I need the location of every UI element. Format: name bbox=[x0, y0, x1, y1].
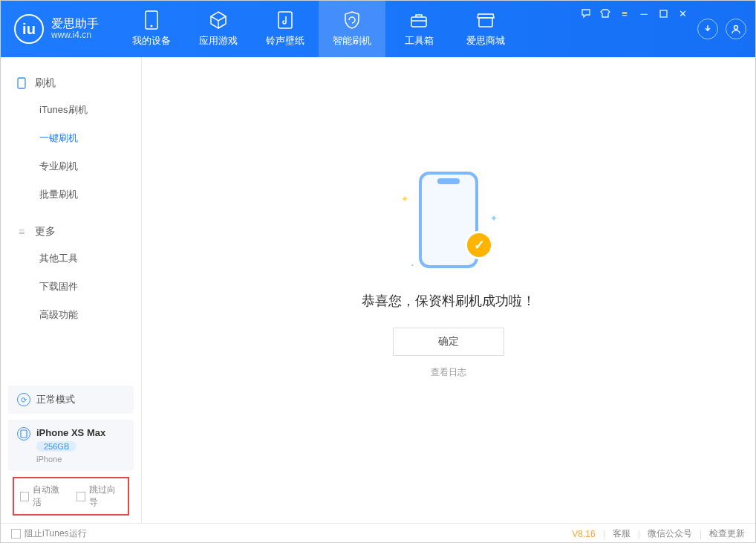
sidebar-item-pro-flash[interactable]: 专业刷机 bbox=[1, 152, 141, 181]
minimize-button[interactable]: ─ bbox=[636, 6, 651, 21]
checkbox-icon bbox=[76, 492, 85, 501]
highlighted-checkbox-row: 自动激活 跳过向导 bbox=[13, 477, 129, 516]
device-icon bbox=[142, 10, 161, 30]
app-url: www.i4.cn bbox=[51, 30, 99, 41]
sidebar-item-itunes-flash[interactable]: iTunes刷机 bbox=[1, 96, 141, 124]
tab-toolbox[interactable]: 工具箱 bbox=[385, 1, 452, 57]
menu-icon[interactable]: ≡ bbox=[617, 6, 632, 21]
shield-refresh-icon bbox=[342, 10, 362, 30]
footer-link-wechat[interactable]: 微信公众号 bbox=[648, 527, 692, 540]
sidebar-item-other-tools[interactable]: 其他工具 bbox=[1, 244, 141, 273]
success-message: 恭喜您，保资料刷机成功啦！ bbox=[362, 292, 535, 310]
footer-right: V8.16 | 客服 | 微信公众号 | 检查更新 bbox=[572, 527, 745, 540]
view-log-link[interactable]: 查看日志 bbox=[431, 366, 466, 379]
svg-rect-9 bbox=[21, 430, 27, 438]
svg-rect-5 bbox=[479, 18, 492, 27]
refresh-icon: ⟳ bbox=[17, 393, 30, 406]
device-phone-icon bbox=[17, 427, 30, 440]
cube-icon bbox=[209, 10, 228, 30]
download-button[interactable] bbox=[697, 19, 718, 39]
divider: | bbox=[638, 529, 640, 539]
checkbox-skip-guide[interactable]: 跳过向导 bbox=[76, 484, 123, 509]
sidebar-bottom: ⟳ 正常模式 iPhone XS Max 256GB iPhone 自动激活 bbox=[1, 378, 141, 523]
sparkle-icon: • bbox=[411, 261, 414, 268]
logo-text: 爱思助手 www.i4.cn bbox=[51, 17, 99, 41]
logo[interactable]: iu 爱思助手 www.i4.cn bbox=[1, 14, 111, 44]
checkbox-icon bbox=[11, 529, 21, 539]
footer-link-support[interactable]: 客服 bbox=[613, 527, 630, 540]
music-file-icon bbox=[276, 10, 295, 30]
tab-smart-flash[interactable]: 智能刷机 bbox=[319, 1, 385, 57]
header-right: ≡ ─ ✕ bbox=[574, 6, 755, 52]
app-title: 爱思助手 bbox=[51, 17, 99, 30]
checkbox-label: 自动激活 bbox=[33, 484, 65, 509]
body: 刷机 iTunes刷机 一键刷机 专业刷机 批量刷机 ≡ 更多 其他工具 下载固… bbox=[1, 57, 755, 523]
tab-label: 我的设备 bbox=[132, 34, 171, 48]
svg-rect-6 bbox=[660, 10, 667, 17]
checkbox-auto-activate[interactable]: 自动激活 bbox=[20, 484, 66, 509]
svg-rect-8 bbox=[18, 78, 25, 88]
sidebar-item-batch-flash[interactable]: 批量刷机 bbox=[1, 181, 141, 209]
tab-label: 智能刷机 bbox=[333, 34, 371, 48]
skin-icon[interactable] bbox=[598, 6, 613, 21]
footer-bar: 阻止iTunes运行 V8.16 | 客服 | 微信公众号 | 检查更新 bbox=[1, 523, 755, 543]
sidebar-item-one-click-flash[interactable]: 一键刷机 bbox=[1, 124, 141, 152]
checkbox-block-itunes[interactable]: 阻止iTunes运行 bbox=[11, 527, 87, 540]
svg-rect-3 bbox=[411, 17, 426, 27]
close-button[interactable]: ✕ bbox=[675, 6, 690, 21]
checkbox-label: 阻止iTunes运行 bbox=[25, 527, 87, 540]
section-title: 更多 bbox=[35, 225, 56, 238]
ok-button[interactable]: 确定 bbox=[393, 328, 504, 356]
main-tabs: 我的设备 应用游戏 铃声壁纸 智能刷机 工具箱 爱思商城 bbox=[118, 1, 519, 57]
toolbox-icon bbox=[409, 10, 428, 30]
tab-label: 应用游戏 bbox=[199, 34, 238, 48]
tab-ringtones-wallpapers[interactable]: 铃声壁纸 bbox=[252, 1, 319, 57]
device-name: iPhone XS Max bbox=[36, 427, 105, 438]
divider: | bbox=[603, 529, 605, 539]
version-label: V8.16 bbox=[572, 529, 595, 539]
status-mode-card[interactable]: ⟳ 正常模式 bbox=[8, 386, 134, 414]
device-capacity: 256GB bbox=[36, 441, 76, 452]
divider: | bbox=[700, 529, 702, 539]
header-bar: iu 爱思助手 www.i4.cn 我的设备 应用游戏 铃声壁纸 智能刷机 工具… bbox=[1, 1, 755, 57]
sidebar-section-more: ≡ 更多 bbox=[1, 219, 141, 244]
tab-store[interactable]: 爱思商城 bbox=[452, 1, 519, 57]
store-icon bbox=[476, 10, 495, 30]
checkbox-icon bbox=[20, 492, 29, 501]
checkmark-badge-icon: ✓ bbox=[465, 231, 493, 259]
user-button[interactable] bbox=[726, 19, 746, 39]
svg-point-1 bbox=[151, 25, 153, 27]
phone-outline-icon bbox=[16, 77, 27, 89]
success-illustration: ✦ ✦ • ✓ bbox=[397, 172, 501, 276]
device-card[interactable]: iPhone XS Max 256GB iPhone bbox=[8, 420, 134, 471]
sidebar-item-download-firmware[interactable]: 下载固件 bbox=[1, 273, 141, 301]
device-type: iPhone bbox=[36, 455, 105, 464]
feedback-icon[interactable] bbox=[579, 6, 593, 21]
checkbox-label: 跳过向导 bbox=[89, 484, 122, 509]
maximize-button[interactable] bbox=[656, 6, 671, 21]
footer-link-check-update[interactable]: 检查更新 bbox=[709, 527, 745, 540]
sidebar: 刷机 iTunes刷机 一键刷机 专业刷机 批量刷机 ≡ 更多 其他工具 下载固… bbox=[1, 57, 142, 523]
tab-label: 工具箱 bbox=[405, 34, 434, 48]
device-info: iPhone XS Max 256GB iPhone bbox=[36, 427, 105, 464]
svg-rect-2 bbox=[278, 12, 292, 28]
list-icon: ≡ bbox=[16, 226, 27, 238]
main-content: ✦ ✦ • ✓ 恭喜您，保资料刷机成功啦！ 确定 查看日志 bbox=[142, 57, 755, 523]
logo-icon: iu bbox=[14, 14, 44, 44]
tab-my-device[interactable]: 我的设备 bbox=[118, 1, 185, 57]
tab-label: 铃声壁纸 bbox=[266, 34, 304, 48]
sparkle-icon: ✦ bbox=[490, 213, 498, 224]
tab-label: 爱思商城 bbox=[466, 34, 505, 48]
sidebar-item-advanced[interactable]: 高级功能 bbox=[1, 301, 141, 329]
sidebar-section-flash: 刷机 bbox=[1, 71, 141, 96]
status-mode-label: 正常模式 bbox=[36, 393, 75, 406]
sparkle-icon: ✦ bbox=[401, 194, 408, 204]
tab-apps-games[interactable]: 应用游戏 bbox=[185, 1, 252, 57]
section-title: 刷机 bbox=[35, 77, 56, 90]
svg-point-7 bbox=[734, 26, 738, 30]
window-controls: ≡ ─ ✕ bbox=[579, 6, 690, 21]
